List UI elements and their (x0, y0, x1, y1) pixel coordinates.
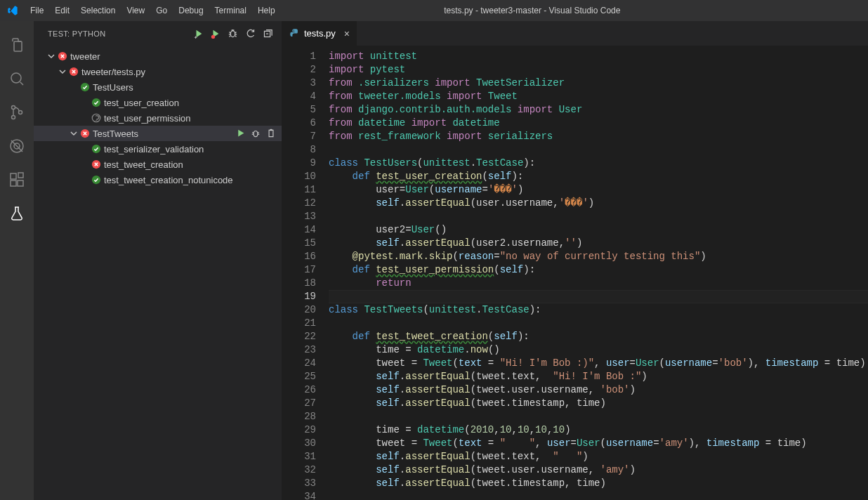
window-title: tests.py - tweeter3-master - Visual Stud… (281, 6, 868, 15)
tree-item-label: test_tweet_creation_notunicode (103, 175, 233, 185)
svg-point-16 (92, 98, 100, 107)
tree-item-label: test_user_creation (103, 98, 179, 108)
tree-item[interactable]: test_tweet_creation_notunicode (34, 172, 282, 188)
svg-rect-7 (11, 180, 16, 186)
menu-debug[interactable]: Debug (173, 0, 209, 21)
svg-point-10 (211, 34, 215, 38)
editor-tab[interactable]: tests.py× (282, 21, 357, 46)
tree-item[interactable]: tweeter/tests.py (34, 64, 282, 79)
panel-header: TEST: PYTHON (34, 21, 282, 46)
panel-title: TEST: PYTHON (48, 29, 194, 38)
line-number-gutter: 1234567891011121314151617181920212223242… (282, 46, 329, 500)
menu-edit[interactable]: Edit (49, 0, 75, 21)
menu-view[interactable]: View (121, 0, 150, 21)
tree-item[interactable]: test_tweet_creation (34, 157, 282, 172)
tree-item-label: TestUsers (91, 82, 133, 93)
refresh-icon[interactable] (245, 28, 256, 39)
tree-item[interactable]: test_user_creation (34, 95, 282, 110)
chevron-icon[interactable] (58, 68, 67, 75)
code-editor[interactable]: 1234567891011121314151617181920212223242… (282, 46, 868, 500)
search-icon[interactable] (0, 62, 34, 96)
test-icon[interactable] (0, 197, 34, 230)
run-failed-tests-icon[interactable] (211, 29, 221, 39)
svg-point-1 (12, 106, 15, 110)
tree-item-label: test_serializer_validation (103, 144, 204, 154)
status-fail-icon (67, 67, 80, 77)
svg-rect-6 (11, 173, 16, 179)
debug-tests-icon[interactable] (228, 28, 238, 39)
test-explorer-panel: TEST: PYTHON tweetertweeter/tests.pyTest… (34, 21, 282, 500)
status-fail-icon (79, 129, 91, 138)
menu-selection[interactable]: Selection (75, 0, 121, 21)
tree-item[interactable]: tweeter (34, 48, 282, 64)
debug-test-icon[interactable] (251, 129, 261, 138)
code-content[interactable]: import unittestimport pytestfrom .serial… (329, 46, 868, 500)
editor-area: tests.py× 123456789101112131415161718192… (282, 21, 868, 500)
status-pass-icon (90, 175, 103, 185)
menu-go[interactable]: Go (150, 0, 173, 21)
status-skip-icon (90, 113, 103, 123)
tree-item[interactable]: test_user_permission (34, 110, 282, 126)
collapse-all-icon[interactable] (263, 28, 273, 39)
tree-item-label: tweeter/tests.py (80, 67, 145, 77)
menu-file[interactable]: File (25, 0, 49, 21)
panel-actions (194, 28, 273, 39)
svg-point-15 (81, 83, 89, 91)
svg-point-20 (254, 131, 258, 137)
debug-icon[interactable] (0, 129, 34, 163)
explorer-icon[interactable] (0, 28, 34, 62)
test-tree[interactable]: tweetertweeter/tests.pyTestUserstest_use… (34, 46, 282, 500)
tree-item-label: TestTweets (91, 129, 138, 139)
svg-point-3 (19, 111, 22, 114)
status-pass-icon (79, 82, 91, 92)
tab-label: tests.py (304, 28, 336, 39)
editor-tabs: tests.py× (282, 21, 868, 46)
status-fail-icon (90, 159, 103, 169)
menu-help[interactable]: Help (252, 0, 281, 21)
svg-point-0 (11, 73, 21, 83)
chevron-icon[interactable] (46, 53, 56, 60)
run-all-tests-icon[interactable] (194, 29, 204, 39)
extensions-icon[interactable] (0, 163, 34, 197)
python-file-icon (289, 28, 300, 39)
menu-terminal[interactable]: Terminal (209, 0, 252, 21)
svg-point-2 (12, 116, 15, 119)
svg-point-21 (92, 145, 100, 153)
svg-rect-9 (18, 173, 23, 178)
run-test-icon[interactable] (236, 129, 245, 138)
svg-rect-8 (18, 180, 23, 186)
tree-item[interactable]: test_serializer_validation (34, 141, 282, 157)
svg-point-18 (96, 120, 96, 121)
vscode-logo-icon (0, 5, 25, 16)
status-pass-icon (90, 144, 103, 154)
status-fail-icon (56, 51, 69, 61)
tree-item[interactable]: TestUsers (34, 79, 282, 95)
tree-item-label: test_tweet_creation (103, 159, 183, 170)
tree-item-label: tweeter (69, 51, 100, 62)
menu-bar: FileEditSelectionViewGoDebugTerminalHelp (25, 0, 281, 21)
open-test-icon[interactable] (266, 129, 276, 138)
status-pass-icon (90, 98, 103, 107)
svg-point-23 (92, 176, 100, 184)
close-tab-icon[interactable]: × (340, 28, 350, 39)
activity-bar (0, 21, 34, 500)
tree-item[interactable]: TestTweets (34, 126, 282, 141)
source-control-icon[interactable] (0, 96, 34, 129)
chevron-icon[interactable] (69, 130, 79, 137)
svg-point-11 (230, 31, 235, 37)
title-bar: FileEditSelectionViewGoDebugTerminalHelp… (0, 0, 868, 21)
tree-item-label: test_user_permission (103, 113, 191, 124)
